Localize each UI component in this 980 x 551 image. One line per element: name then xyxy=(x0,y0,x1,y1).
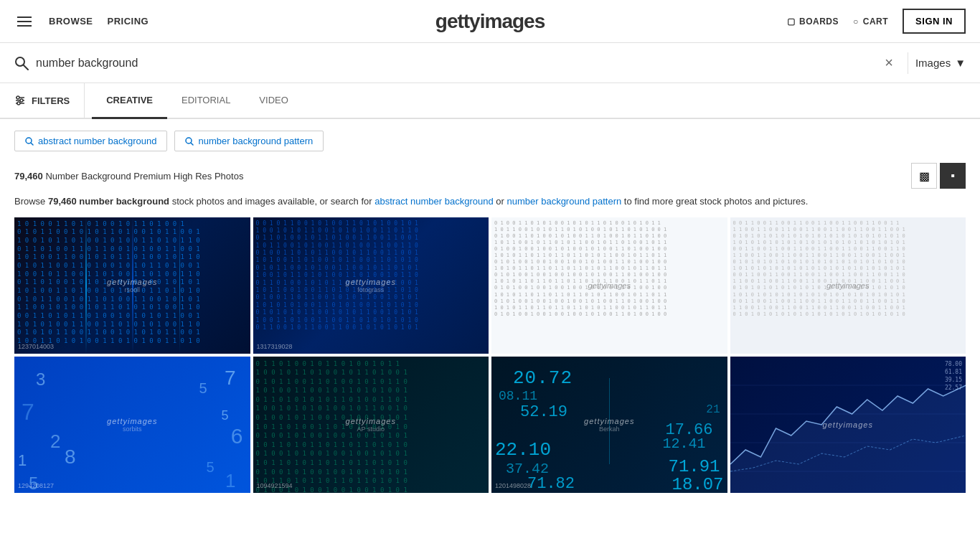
nav-links: BROWSE PRICING xyxy=(49,16,149,27)
image-card-1[interactable]: 1 0 1 0 0 1 1 0 1 0 1 0 0 1 0 1 1 0 1 0 … xyxy=(14,217,250,354)
image-id-6: 1094921594 xyxy=(257,482,293,489)
image-card-5[interactable]: 7 5 3 7 5 2 6 1 5 8 5 1 gettyimages sorb… xyxy=(14,357,250,493)
cart-label: CART xyxy=(863,17,888,27)
view-toggle: ▩ ▪ xyxy=(911,163,966,189)
cart-icon: ○ xyxy=(853,17,859,27)
tab-video[interactable]: VIDEO xyxy=(245,83,302,119)
search-icon xyxy=(14,56,29,70)
image-id-5: 1294208127 xyxy=(18,482,54,489)
image-card-8[interactable]: 78.0061.8139.1522.57 gettyimages xyxy=(730,357,966,493)
svg-line-1 xyxy=(24,65,28,70)
image-id-7: 1201498028 xyxy=(495,482,531,489)
hamburger-menu[interactable] xyxy=(14,14,34,29)
suggestion-abstract-label: abstract number background xyxy=(38,136,156,146)
sign-in-button[interactable]: SIGN IN xyxy=(903,9,966,34)
svg-point-0 xyxy=(16,57,24,66)
suggestions-bar: abstract number background number backgr… xyxy=(0,119,980,163)
chevron-down-icon: ▼ xyxy=(955,57,966,69)
tab-creative[interactable]: CREATIVE xyxy=(92,83,167,119)
image-type-select[interactable]: Images ▼ xyxy=(915,57,966,69)
results-suffix: to find more great stock photos and pict… xyxy=(624,196,809,207)
suggestion-pattern-label: number background pattern xyxy=(198,136,313,146)
cart-button[interactable]: ○ CART xyxy=(853,17,888,27)
boards-button[interactable]: ▢ BOARDS xyxy=(787,17,839,27)
browse-count: 79,460 xyxy=(48,196,77,207)
svg-line-9 xyxy=(31,143,33,145)
image-card-3[interactable]: 0 1 0 0 1 1 0 1 0 1 0 0 1 0 1 0 1 1 0 1 … xyxy=(491,217,727,354)
image-card-6[interactable]: 0 1 1 0 1 0 0 1 0 1 1 0 1 0 0 1 0 1 11 0… xyxy=(253,357,489,493)
tab-editorial[interactable]: EDITORIAL xyxy=(167,83,245,119)
search-bar: × Images ▼ xyxy=(0,43,980,83)
image-id-2: 1317319028 xyxy=(257,343,293,350)
image-grid-row1: 1 0 1 0 0 1 1 0 1 0 1 0 0 1 0 1 1 0 1 0 … xyxy=(0,217,980,354)
mosaic-view-button[interactable]: ▪ xyxy=(940,163,966,189)
svg-point-6 xyxy=(20,99,23,102)
pricing-link[interactable]: PRICING xyxy=(108,16,149,27)
clear-search-button[interactable]: × xyxy=(885,55,893,71)
svg-point-5 xyxy=(17,96,19,99)
grid-icon: ▩ xyxy=(919,169,930,183)
header-right: ▢ BOARDS ○ CART SIGN IN xyxy=(787,9,966,34)
results-description-text: Browse 79,460 number background stock ph… xyxy=(0,194,980,209)
search-divider xyxy=(908,52,908,74)
results-count-text: 79,460 Number Background Premium High Re… xyxy=(14,171,243,182)
image-type-label: Images xyxy=(915,57,951,69)
logo-container: gettyimages xyxy=(435,10,545,33)
results-info: 79,460 Number Background Premium High Re… xyxy=(0,163,980,194)
image-grid-row2: 7 5 3 7 5 2 6 1 5 8 5 1 gettyimages sorb… xyxy=(0,357,980,493)
result-count: 79,460 xyxy=(14,171,43,182)
suggestion-abstract[interactable]: abstract number background xyxy=(14,131,167,151)
boards-label: BOARDS xyxy=(799,17,839,27)
filter-tabs: CREATIVE EDITORIAL VIDEO xyxy=(92,83,303,118)
browse-link[interactable]: BROWSE xyxy=(49,16,93,27)
search-term-bold: number background xyxy=(79,196,171,207)
header-left: BROWSE PRICING xyxy=(14,14,149,29)
image-card-7[interactable]: 20.72 08.11 52.19 17.66 21 22.10 12.41 7… xyxy=(491,357,727,493)
boards-icon: ▢ xyxy=(787,17,796,27)
filter-bar: FILTERS CREATIVE EDITORIAL VIDEO xyxy=(0,83,980,119)
logo-end: images xyxy=(480,10,545,32)
svg-marker-16 xyxy=(730,385,966,493)
suggestion-pattern[interactable]: number background pattern xyxy=(174,131,324,151)
svg-point-7 xyxy=(17,102,20,105)
alt-link-2[interactable]: number background pattern xyxy=(507,196,621,207)
svg-line-11 xyxy=(191,143,193,145)
grid-view-button[interactable]: ▩ xyxy=(911,163,937,189)
header: BROWSE PRICING gettyimages ▢ BOARDS ○ CA… xyxy=(0,0,980,43)
filters-label: FILTERS xyxy=(32,95,70,106)
search-input[interactable] xyxy=(36,57,885,70)
filters-button[interactable]: FILTERS xyxy=(14,83,85,118)
logo-start: getty xyxy=(435,10,480,32)
site-logo[interactable]: gettyimages xyxy=(435,10,545,33)
image-id-1: 1237014003 xyxy=(18,343,54,350)
mosaic-icon: ▪ xyxy=(951,169,955,182)
image-card-2[interactable]: 0 0 1 0 1 1 0 0 1 0 1 0 0 1 1 0 1 0 1 0 … xyxy=(253,217,489,354)
image-card-4[interactable]: 0 0 1 1 0 0 1 1 0 0 1 1 0 0 1 1 0 0 1 1 … xyxy=(730,217,966,354)
result-description: Number Background Premium High Res Photo… xyxy=(45,171,243,182)
alt-link-1[interactable]: abstract number background xyxy=(374,196,493,207)
